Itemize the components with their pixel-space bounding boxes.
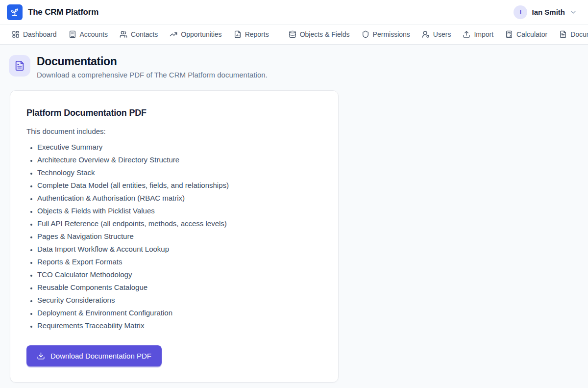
download-documentation-button[interactable]: Download Documentation PDF (26, 345, 162, 366)
documentation-card: Platform Documentation PDF This document… (10, 90, 339, 383)
trending-up-icon (170, 30, 177, 38)
brand[interactable]: The CRM Platform (7, 4, 98, 20)
contacts-icon (120, 30, 127, 38)
nav-item-opportunities[interactable]: Opportunities (170, 30, 221, 38)
upload-icon (463, 30, 470, 38)
page-header: Documentation Download a comprehensive P… (9, 55, 588, 79)
list-item: TCO Calculator Methodology (37, 268, 322, 281)
database-icon (289, 30, 296, 38)
page-header-text: Documentation Download a comprehensive P… (37, 55, 268, 79)
nav-label: Contacts (131, 30, 158, 38)
nav-item-accounts[interactable]: Accounts (69, 30, 108, 38)
nav-label: Calculator (516, 30, 547, 38)
app-header: The CRM Platform I Ian Smith (0, 0, 588, 25)
download-button-label: Download Documentation PDF (50, 352, 151, 360)
users-icon (422, 30, 430, 38)
list-item: Complete Data Model (all entities, field… (37, 179, 322, 192)
nav-label: Dashboard (23, 30, 57, 38)
page-title: Documentation (37, 55, 268, 68)
nav-item-users[interactable]: Users (422, 30, 451, 38)
list-item: Technology Stack (37, 166, 322, 179)
list-item: Reusable Components Catalogue (37, 281, 322, 294)
list-item: Data Import Workflow & Account Lookup (37, 243, 322, 256)
nav-label: Accounts (80, 30, 108, 38)
list-item: Reports & Export Formats (37, 256, 322, 268)
nav-item-contacts[interactable]: Contacts (120, 30, 158, 38)
list-item: Full API Reference (all endpoints, metho… (37, 217, 322, 230)
building-icon (69, 30, 76, 38)
nav-label: Objects & Fields (300, 30, 350, 38)
shield-icon (362, 30, 369, 38)
avatar: I (514, 5, 527, 19)
calculator-icon (505, 30, 513, 38)
nav-item-dashboard[interactable]: Dashboard (12, 30, 57, 38)
list-item: Objects & Fields with Picklist Values (37, 205, 322, 217)
chevron-down-icon (569, 8, 577, 16)
dashboard-icon (12, 30, 20, 38)
nav-item-reports[interactable]: Reports (234, 30, 269, 38)
nav-label: Reports (245, 30, 269, 38)
user-name: Ian Smith (532, 8, 565, 16)
page-subtitle: Download a comprehensive PDF of The CRM … (37, 71, 268, 79)
nav-label: Opportunities (181, 30, 221, 38)
list-item: Authentication & Authorisation (RBAC mat… (37, 192, 322, 205)
nav-label: Documentation (570, 30, 588, 38)
nav-label: Import (474, 30, 493, 38)
main-nav: Dashboard Accounts Contacts Opportunitie… (0, 25, 588, 45)
list-item: Architecture Overview & Directory Struct… (37, 154, 322, 166)
nav-label: Users (433, 30, 451, 38)
main-content: Documentation Download a comprehensive P… (0, 55, 588, 383)
file-text-icon (9, 55, 30, 77)
report-icon (234, 30, 242, 38)
card-title: Platform Documentation PDF (26, 108, 322, 118)
card-intro: This document includes: (26, 127, 322, 135)
sprout-icon (7, 4, 23, 20)
list-item: Pages & Navigation Structure (37, 230, 322, 243)
nav-item-permissions[interactable]: Permissions (362, 30, 410, 38)
nav-item-calculator[interactable]: Calculator (505, 30, 547, 38)
nav-label: Permissions (373, 30, 410, 38)
app-title: The CRM Platform (28, 7, 98, 17)
list-item: Deployment & Environment Configuration (37, 307, 322, 319)
nav-item-documentation[interactable]: Documentation (559, 30, 588, 38)
nav-item-objects-fields[interactable]: Objects & Fields (289, 30, 350, 38)
user-menu[interactable]: I Ian Smith (514, 5, 577, 19)
document-icon (559, 30, 567, 38)
list-item: Executive Summary (37, 141, 322, 154)
list-item: Security Considerations (37, 294, 322, 307)
list-item: Requirements Traceability Matrix (37, 319, 322, 332)
nav-item-import[interactable]: Import (463, 30, 493, 38)
doc-contents-list: Executive Summary Architecture Overview … (26, 141, 322, 332)
download-icon (37, 352, 45, 360)
